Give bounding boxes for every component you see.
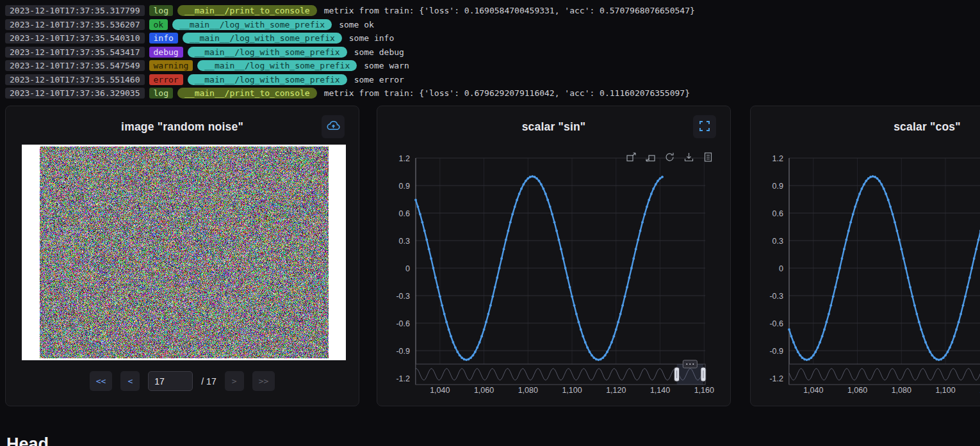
data-point xyxy=(889,205,892,208)
data-point xyxy=(931,354,934,356)
image-frame xyxy=(22,145,346,360)
prev-page-button[interactable]: < xyxy=(120,371,140,391)
data-point xyxy=(494,286,496,289)
x-tick-label: 1,160 xyxy=(694,386,714,395)
noise-image xyxy=(40,147,329,358)
data-point xyxy=(832,295,835,298)
data-point xyxy=(478,341,481,344)
cos-chart[interactable]: 1.20.90.60.30-0.3-0.6-0.9-1.21,0401,0601… xyxy=(751,145,980,401)
data-point xyxy=(841,257,844,260)
restore-icon[interactable] xyxy=(664,152,675,163)
data-point xyxy=(580,328,582,331)
data-point xyxy=(619,313,622,315)
image-card: image "random noise" << < / 17 > >> xyxy=(5,106,359,406)
grabber-dot xyxy=(686,363,687,365)
last-page-button[interactable]: >> xyxy=(252,371,275,391)
x-tick-label: 1,140 xyxy=(650,386,670,395)
rangeslider-track[interactable] xyxy=(789,364,980,385)
data-point xyxy=(606,351,608,353)
data-point xyxy=(900,248,902,250)
sin-chart[interactable]: 1.20.90.60.30-0.3-0.6-0.9-1.21,0401,0601… xyxy=(377,145,731,401)
upload-button[interactable] xyxy=(322,115,345,138)
data-point xyxy=(883,187,885,190)
fullscreen-button[interactable] xyxy=(693,115,716,138)
x-tick-label: 1,080 xyxy=(892,386,911,395)
data-point xyxy=(507,230,510,232)
y-tick-label: -0.6 xyxy=(769,319,783,328)
data-point xyxy=(892,213,894,216)
data-point xyxy=(837,276,839,279)
data-point xyxy=(437,286,439,289)
data-point xyxy=(920,328,922,331)
log-row: 2023-12-10T17:37:35.547549warning__main_… xyxy=(5,59,695,73)
first-page-button[interactable]: << xyxy=(90,371,113,391)
chart-title: scalar "cos" xyxy=(751,106,980,134)
data-point xyxy=(973,257,976,260)
data-point xyxy=(419,213,421,216)
y-tick-label: -1.2 xyxy=(769,374,783,383)
data-point xyxy=(487,313,490,315)
cloud-upload-icon xyxy=(326,118,341,135)
data-point xyxy=(425,239,428,241)
data-point xyxy=(470,356,472,359)
rangeslider-track[interactable] xyxy=(416,364,705,385)
data-point xyxy=(655,183,657,186)
data-point xyxy=(652,187,655,190)
data-point xyxy=(865,180,867,182)
data-point xyxy=(861,187,863,190)
data-point xyxy=(573,304,576,307)
log-timestamp: 2023-12-10T17:37:35.551460 xyxy=(5,74,145,85)
data-point xyxy=(417,205,420,208)
data-point xyxy=(913,304,916,307)
data-point xyxy=(597,358,600,361)
data-point xyxy=(814,351,817,353)
data-point xyxy=(650,193,653,195)
data-point xyxy=(867,177,870,180)
log-timestamp: 2023-12-10T17:37:35.543417 xyxy=(5,47,145,58)
data-point xyxy=(454,346,457,349)
data-point xyxy=(439,295,441,298)
data-point xyxy=(551,213,553,216)
data-point xyxy=(491,295,494,298)
data-point xyxy=(463,358,466,361)
y-tick-label: -0.9 xyxy=(769,347,783,356)
data-point xyxy=(448,328,450,331)
section-heading: Head xyxy=(6,434,49,446)
log-timestamp: 2023-12-10T17:37:36.329035 xyxy=(5,88,145,99)
data-point xyxy=(505,239,507,241)
zoom-reset-icon[interactable] xyxy=(645,152,656,163)
save-image-icon[interactable] xyxy=(683,152,694,163)
y-tick-label: 0 xyxy=(405,264,410,273)
x-tick-label: 1,060 xyxy=(847,386,867,395)
x-tick-label: 1,040 xyxy=(803,386,823,395)
log-message: metrix from train: {'loss': 0.1690584700… xyxy=(324,6,695,15)
data-point xyxy=(558,239,560,241)
data-point xyxy=(520,187,523,190)
data-point xyxy=(881,183,883,186)
data-view-icon[interactable] xyxy=(703,152,714,163)
data-point xyxy=(615,328,617,331)
data-point xyxy=(586,346,589,349)
log-row: 2023-12-10T17:37:36.329035log__main__/pr… xyxy=(5,86,695,100)
zoom-select-icon[interactable] xyxy=(626,152,637,163)
data-point xyxy=(564,267,567,269)
next-page-button[interactable]: > xyxy=(225,371,244,391)
log-timestamp: 2023-12-10T17:37:35.536207 xyxy=(5,19,145,30)
data-point xyxy=(549,205,551,208)
chart-title: scalar "sin" xyxy=(377,106,730,134)
data-point xyxy=(496,276,498,279)
data-point xyxy=(423,230,426,232)
data-point xyxy=(967,286,969,289)
log-message: some info xyxy=(349,33,394,43)
data-point xyxy=(817,346,819,349)
y-tick-label: 0 xyxy=(779,264,783,273)
grabber-dot xyxy=(692,363,694,365)
data-point xyxy=(887,199,890,202)
log-level-badge: debug xyxy=(149,47,183,58)
data-point xyxy=(847,230,850,232)
page-input[interactable] xyxy=(148,371,193,391)
data-point xyxy=(608,346,611,349)
data-point xyxy=(621,304,624,307)
y-tick-label: 0.6 xyxy=(399,209,410,218)
image-pagination: << < / 17 > >> xyxy=(6,371,359,391)
